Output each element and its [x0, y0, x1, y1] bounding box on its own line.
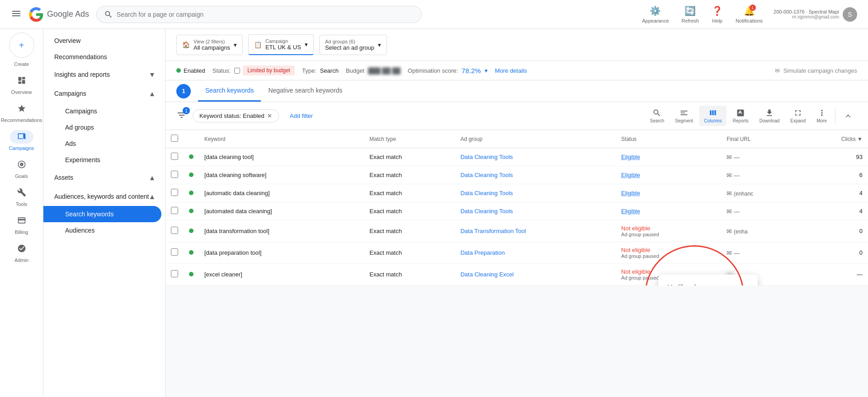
- left-nav-adgroups[interactable]: Ad groups: [43, 119, 165, 135]
- more-toolbar-btn[interactable]: More: [812, 106, 831, 126]
- row-match-type: Exact match: [364, 242, 455, 264]
- budget-limited-badge[interactable]: Limited by budget: [243, 65, 295, 75]
- campaign-filter-dropdown[interactable]: 📋 Campaign ETL UK & US ▾: [248, 34, 314, 55]
- reports-toolbar-btn[interactable]: Reports: [728, 106, 753, 126]
- sidebar-item-overview[interactable]: Overview: [0, 70, 43, 98]
- row-checkbox[interactable]: [171, 270, 178, 277]
- score-chevron-icon[interactable]: ▾: [485, 67, 488, 74]
- table-row: [automatic data cleaning] Exact match Da…: [165, 184, 868, 202]
- tab-count-badge: 1: [176, 84, 191, 98]
- ad-group-link[interactable]: Data Cleaning Tools: [460, 154, 513, 160]
- left-nav-insights[interactable]: Insights and reports ▾: [43, 65, 165, 84]
- row-url: ✉ —: [721, 242, 800, 264]
- adgroups-filter-dropdown[interactable]: Ad groups (6) Select an ad group ▾: [319, 35, 387, 55]
- left-nav-audiences[interactable]: Audiences: [43, 222, 165, 238]
- sidebar-item-recommendations[interactable]: Recommendations: [0, 98, 43, 126]
- notifications-button[interactable]: 🔔 1 Notifications: [730, 2, 768, 27]
- account-info[interactable]: 200-000-1376 · Spectral Mapi rrr.rqjmmm@…: [770, 4, 861, 25]
- more-details-link[interactable]: More details: [495, 67, 527, 74]
- row-checkbox[interactable]: [171, 153, 178, 160]
- status-dot-icon: [189, 154, 193, 159]
- left-nav-search-keywords[interactable]: Search keywords: [43, 206, 161, 222]
- row-checkbox-cell: [165, 264, 184, 285]
- sidebar-item-campaigns[interactable]: Campaigns: [0, 126, 43, 154]
- modify-columns-item[interactable]: Modify columns: [658, 278, 758, 285]
- row-clicks: 93: [800, 148, 868, 166]
- admin-icon: [10, 242, 33, 256]
- keyword-status-filter[interactable]: Keyword status: Enabled ✕: [193, 109, 279, 122]
- nav-actions: ⚙️ Appearance 🔄 Refresh ❓ Help 🔔 1 Notif…: [637, 2, 861, 27]
- budget-checkbox[interactable]: [234, 68, 240, 74]
- table-row: [data cleaning software] Exact match Dat…: [165, 166, 868, 184]
- appearance-button[interactable]: ⚙️ Appearance: [637, 2, 674, 27]
- left-nav-audiences-section[interactable]: Audiences, keywords and content ▴: [43, 187, 165, 206]
- sidebar-item-billing[interactable]: Billing: [0, 210, 43, 238]
- refresh-button[interactable]: 🔄 Refresh: [676, 2, 705, 27]
- table-container: Keyword Match type Ad group Status Final: [165, 130, 868, 285]
- sidebar-item-goals[interactable]: Goals: [0, 154, 43, 182]
- tab-negative-keywords[interactable]: Negative search keywords: [261, 80, 349, 102]
- hamburger-menu[interactable]: [7, 5, 25, 24]
- help-button[interactable]: ❓ Help: [706, 2, 728, 27]
- select-all-checkbox[interactable]: [171, 135, 178, 142]
- appearance-icon: ⚙️: [650, 5, 661, 16]
- left-nav-ads[interactable]: Ads: [43, 135, 165, 152]
- view-chevron-icon: ▾: [234, 42, 237, 48]
- header-ad-group: Ad group: [455, 130, 616, 148]
- left-nav-recommendations[interactable]: Recommendations: [43, 49, 165, 65]
- row-match-type: Exact match: [364, 166, 455, 184]
- avatar[interactable]: S: [843, 7, 857, 22]
- ad-group-link[interactable]: Data Cleaning Tools: [460, 172, 513, 178]
- table-row: [data cleaning tool] Exact match Data Cl…: [165, 148, 868, 166]
- global-search[interactable]: [96, 6, 422, 23]
- left-nav: Overview Recommendations Insights and re…: [43, 29, 165, 397]
- columns-dropdown: Modify columns Your column sets Custom ✏…: [658, 275, 758, 285]
- row-checkbox[interactable]: [171, 248, 178, 256]
- header-checkbox: [165, 130, 184, 148]
- main-content: 🏠 View (2 filters) All campaigns ▾ 📋 Cam…: [43, 29, 868, 397]
- row-status: Eligible: [616, 202, 721, 220]
- row-match-type: Exact match: [364, 202, 455, 220]
- row-url: ✉ —: [721, 166, 800, 184]
- sidebar-item-tools[interactable]: Tools: [0, 182, 43, 210]
- sidebar-item-admin[interactable]: Admin: [0, 238, 43, 266]
- row-keyword: [data preparation tool]: [199, 242, 364, 264]
- expand-toolbar-btn[interactable]: Expand: [786, 106, 810, 126]
- ad-group-link[interactable]: Data Transformation Tool: [460, 228, 526, 234]
- collapse-toolbar-btn[interactable]: [839, 109, 857, 123]
- search-input[interactable]: [117, 11, 414, 18]
- ad-group-link[interactable]: Data Cleaning Tools: [460, 190, 513, 196]
- ad-group-link[interactable]: Data Preparation: [460, 249, 505, 256]
- left-nav-campaigns-sub[interactable]: Campaigns: [43, 103, 165, 119]
- ad-group-link[interactable]: Data Cleaning Tools: [460, 208, 513, 215]
- ad-group-link[interactable]: Data Cleaning Excel: [460, 271, 514, 278]
- page-content: 🏠 View (2 filters) All campaigns ▾ 📋 Cam…: [165, 29, 868, 397]
- row-checkbox[interactable]: [171, 189, 178, 196]
- status-badge[interactable]: Eligible: [621, 190, 640, 196]
- status-badge[interactable]: Eligible: [621, 154, 640, 160]
- tab-search-keywords[interactable]: Search keywords: [198, 80, 261, 102]
- reports-icon: [736, 108, 745, 117]
- row-checkbox[interactable]: [171, 171, 178, 178]
- download-toolbar-btn[interactable]: Download: [755, 106, 784, 126]
- row-checkbox[interactable]: [171, 207, 178, 214]
- add-filter-button[interactable]: Add filter: [284, 110, 318, 122]
- segment-toolbar-btn[interactable]: Segment: [670, 106, 698, 126]
- help-icon: ❓: [712, 5, 723, 16]
- status-badge[interactable]: Eligible: [621, 208, 640, 215]
- search-toolbar-btn[interactable]: Search: [646, 106, 669, 126]
- row-checkbox[interactable]: [171, 227, 178, 234]
- status-badge[interactable]: Eligible: [621, 172, 640, 178]
- left-nav-experiments[interactable]: Experiments: [43, 152, 165, 168]
- columns-toolbar-btn[interactable]: Columns: [699, 106, 726, 126]
- expand-icon: [793, 108, 802, 117]
- left-nav-assets[interactable]: Assets ▴: [43, 168, 165, 187]
- left-nav-campaigns-section[interactable]: Campaigns ▴: [43, 84, 165, 103]
- opt-score[interactable]: 78.2%: [462, 67, 481, 75]
- left-nav-overview[interactable]: Overview: [43, 33, 165, 49]
- row-clicks: —: [800, 264, 868, 285]
- envelope-icon: ✉: [726, 154, 732, 161]
- create-button[interactable]: +: [9, 33, 34, 58]
- view-filter-dropdown[interactable]: 🏠 View (2 filters) All campaigns ▾: [176, 35, 243, 55]
- row-clicks: 6: [800, 166, 868, 184]
